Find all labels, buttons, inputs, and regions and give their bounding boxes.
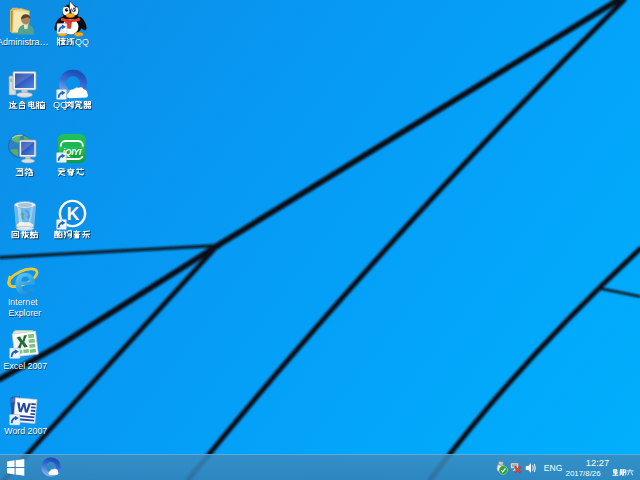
svg-text:Internet: Internet bbox=[8, 297, 38, 307]
svg-text:Word 2007: Word 2007 bbox=[4, 426, 47, 436]
svg-text:12:27: 12:27 bbox=[586, 457, 609, 468]
svg-text:Excel 2007: Excel 2007 bbox=[4, 361, 48, 371]
svg-text:Administra…: Administra… bbox=[0, 37, 49, 47]
svg-text:Explorer: Explorer bbox=[8, 308, 41, 318]
svg-text:QQ: QQ bbox=[75, 37, 89, 47]
svg-text:K: K bbox=[67, 204, 80, 224]
svg-text:ENG: ENG bbox=[544, 463, 563, 473]
svg-text:QQ: QQ bbox=[53, 100, 67, 110]
svg-text:2017/8/26: 2017/8/26 bbox=[566, 469, 602, 478]
